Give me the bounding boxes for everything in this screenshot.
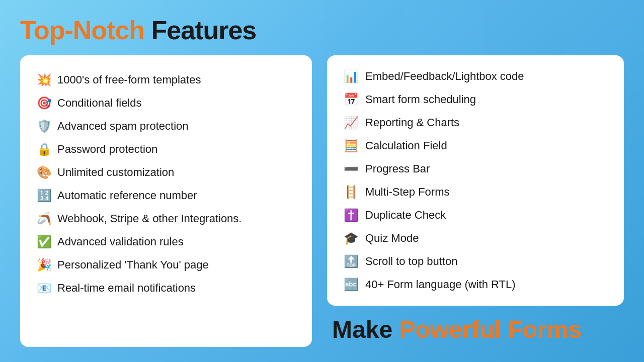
feature-icon: 🧮 [343, 139, 359, 153]
feature-label: Advanced spam protection [57, 120, 189, 133]
feature-label: Unlimited customization [57, 166, 174, 179]
feature-label: Conditional fields [57, 97, 142, 110]
feature-icon: ➖ [343, 162, 359, 176]
title-highlight: Top-Notch [20, 16, 144, 45]
feature-label: Real-time email notifications [57, 282, 196, 295]
title-plain: Features [151, 16, 257, 45]
feature-label: Multi-Step Forms [365, 186, 449, 199]
feature-icon: 🎯 [36, 96, 52, 110]
feature-icon: 🪜 [343, 185, 359, 199]
right-section: 📊 Embed/Feedback/Lightbox code 📅 Smart f… [327, 55, 624, 347]
right-feature-item: 🧮 Calculation Field [343, 135, 608, 157]
feature-label: Reporting & Charts [365, 116, 459, 129]
right-feature-item: 🎓 Quiz Mode [343, 227, 608, 249]
page-title: Top-Notch Features [20, 15, 256, 45]
feature-icon: 🛡️ [36, 119, 52, 133]
left-feature-item: 🛡️ Advanced spam protection [36, 116, 296, 137]
right-feature-item: ✝️ Duplicate Check [343, 204, 608, 226]
feature-label: Automatic reference number [57, 189, 197, 202]
feature-icon: ✝️ [343, 208, 359, 222]
feature-label: Quiz Mode [365, 232, 419, 245]
right-panel: 📊 Embed/Feedback/Lightbox code 📅 Smart f… [327, 55, 624, 306]
feature-label: Webhook, Stripe & other Integrations. [57, 212, 242, 225]
feature-icon: 📈 [343, 116, 359, 130]
tagline-plain: Make [332, 316, 399, 343]
feature-icon: 🎨 [36, 165, 52, 179]
right-feature-item: 🔤 40+ Form language (with RTL) [343, 274, 608, 296]
right-feature-item: 📊 Embed/Feedback/Lightbox code [343, 65, 608, 87]
left-panel: 💥 1000's of free-form templates 🎯 Condit… [20, 55, 312, 347]
feature-icon: 🪃 [36, 212, 52, 226]
feature-label: Password protection [57, 143, 157, 156]
feature-icon: 🔒 [36, 142, 52, 156]
feature-icon: 📅 [343, 93, 359, 107]
feature-label: Smart form scheduling [365, 93, 476, 106]
left-feature-item: 💥 1000's of free-form templates [36, 69, 296, 90]
main-content: 💥 1000's of free-form templates 🎯 Condit… [20, 55, 624, 347]
feature-label: 1000's of free-form templates [57, 73, 201, 86]
left-feature-item: 🎨 Unlimited customization [36, 162, 296, 183]
feature-icon: 🔤 [343, 278, 359, 292]
bottom-tagline: Make Powerful Forms [327, 316, 624, 343]
feature-icon: 📊 [343, 69, 359, 83]
feature-label: Calculation Field [365, 139, 447, 152]
left-feature-item: 🔢 Automatic reference number [36, 185, 296, 206]
feature-label: Advanced validation rules [57, 235, 184, 248]
feature-label: Personalized 'Thank You' page [57, 258, 209, 272]
feature-icon: ✅ [36, 235, 52, 249]
feature-label: 40+ Form language (with RTL) [365, 278, 516, 291]
feature-label: Progress Bar [365, 162, 430, 175]
right-feature-item: 📅 Smart form scheduling [343, 88, 608, 111]
tagline-highlight: Powerful Forms [399, 316, 582, 343]
right-feature-item: 📈 Reporting & Charts [343, 112, 608, 134]
right-feature-item: ➖ Progress Bar [343, 158, 608, 180]
left-feature-item: ✅ Advanced validation rules [36, 231, 296, 252]
feature-icon: 🎓 [343, 231, 359, 245]
right-feature-item: 🔝 Scroll to top button [343, 250, 608, 273]
feature-label: Embed/Feedback/Lightbox code [365, 70, 524, 83]
feature-icon: 🔢 [36, 189, 52, 203]
feature-icon: 📧 [36, 281, 52, 295]
feature-label: Scroll to top button [365, 255, 457, 268]
feature-icon: 💥 [36, 73, 52, 87]
right-feature-item: 🪜 Multi-Step Forms [343, 181, 608, 203]
feature-icon: 🎉 [36, 258, 52, 272]
left-feature-item: 🎯 Conditional fields [36, 93, 296, 114]
left-feature-item: 📧 Real-time email notifications [36, 278, 296, 299]
feature-label: Duplicate Check [365, 209, 446, 222]
left-feature-item: 🪃 Webhook, Stripe & other Integrations. [36, 208, 296, 229]
feature-icon: 🔝 [343, 254, 359, 268]
left-feature-item: 🔒 Password protection [36, 139, 296, 160]
left-feature-item: 🎉 Personalized 'Thank You' page [36, 254, 296, 276]
